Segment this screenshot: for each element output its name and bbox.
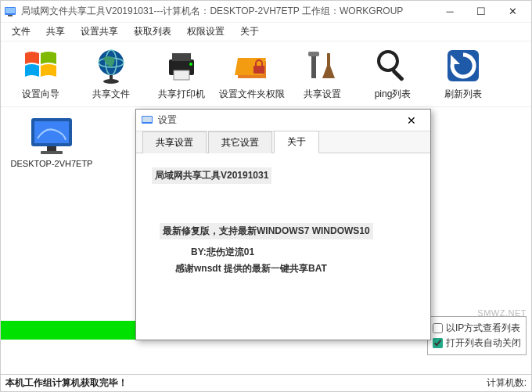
about-support-text: 最新修复版，支持最新WINDOWS7 WINDOWS10	[160, 223, 373, 239]
about-version-text: 局域网共享工具V20191031	[152, 167, 271, 184]
toolbar: 设置向导 共享文件 共享打印机 设置文件夹权限 共享设置	[1, 41, 531, 107]
tab-share-settings[interactable]: 共享设置	[142, 131, 207, 153]
refresh-icon	[444, 47, 482, 85]
dialog-titlebar[interactable]: 设置 ✕	[136, 110, 430, 131]
toolbar-refresh-button[interactable]: 刷新列表	[428, 47, 498, 101]
computer-label: DESKTOP-2VH7ETP	[11, 159, 93, 168]
magnifier-icon	[374, 47, 412, 85]
svg-rect-16	[391, 69, 404, 81]
svg-rect-9	[172, 53, 191, 61]
svg-rect-21	[41, 151, 63, 154]
svg-point-15	[379, 52, 397, 70]
svg-rect-23	[142, 117, 152, 122]
menu-about[interactable]: 关于	[232, 23, 267, 40]
toolbar-label: ping列表	[375, 88, 412, 101]
window-title: 局域网文件共享工具V20191031---计算机名：DESKTOP-2VH7ET…	[21, 5, 434, 18]
svg-rect-12	[253, 66, 264, 74]
statusbar: 本机工作组计算机获取完毕！ 计算机数:	[1, 374, 531, 391]
toolbar-share-settings-button[interactable]: 共享设置	[287, 47, 358, 101]
toolbar-label: 共享设置	[304, 88, 341, 101]
toolbar-label: 设置文件夹权限	[219, 88, 285, 101]
dialog-icon	[141, 114, 153, 127]
tab-other-settings[interactable]: 其它设置	[208, 131, 272, 153]
menu-permissions[interactable]: 权限设置	[179, 23, 232, 40]
list-options-panel: 以IP方式查看列表 打开列表自动关闭	[427, 316, 527, 355]
minimize-button[interactable]: ─	[434, 2, 466, 21]
menu-file[interactable]: 文件	[4, 23, 38, 40]
ip-view-input[interactable]	[433, 323, 443, 333]
printer-icon	[163, 47, 200, 85]
computer-item[interactable]: DESKTOP-2VH7ETP	[9, 115, 95, 168]
ip-view-checkbox[interactable]: 以IP方式查看列表	[433, 322, 521, 335]
windows-flag-icon	[22, 47, 59, 85]
toolbar-ping-list-button[interactable]: ping列表	[358, 47, 428, 101]
tab-about[interactable]: 关于	[274, 131, 319, 153]
svg-rect-1	[5, 8, 15, 13]
menu-share[interactable]: 共享	[38, 23, 73, 40]
about-thanks-text: 感谢wnsdt 提供的最新一键共享BAT	[175, 262, 415, 275]
computer-monitor-icon	[27, 115, 77, 156]
svg-rect-2	[8, 15, 13, 16]
window-controls: ─ ☐ ✕	[434, 2, 528, 21]
settings-dialog: 设置 ✕ 共享设置 其它设置 关于 局域网共享工具V20191031 最新修复版…	[135, 109, 431, 340]
toolbar-share-printer-button[interactable]: 共享打印机	[146, 47, 217, 101]
toolbar-label: 设置向导	[22, 88, 59, 101]
toolbar-wizard-button[interactable]: 设置向导	[5, 47, 76, 101]
svg-rect-20	[47, 146, 56, 151]
svg-point-7	[103, 79, 119, 84]
computer-count-label: 计算机数:	[487, 376, 527, 390]
dialog-title: 设置	[158, 113, 397, 127]
globe-icon	[92, 47, 130, 85]
menu-share-settings[interactable]: 设置共享	[73, 23, 126, 40]
maximize-button[interactable]: ☐	[466, 2, 497, 21]
toolbar-label: 刷新列表	[444, 88, 482, 101]
menubar: 文件 共享 设置共享 获取列表 权限设置 关于	[1, 23, 531, 41]
auto-close-checkbox[interactable]: 打开列表自动关闭	[433, 336, 521, 350]
dialog-close-button[interactable]: ✕	[397, 112, 426, 129]
about-author-text: BY:悲伤逆流01	[191, 246, 415, 259]
watermark: SMWZ.NET	[477, 308, 527, 318]
folder-lock-icon	[233, 47, 271, 85]
svg-rect-10	[174, 70, 189, 80]
app-icon	[4, 5, 16, 18]
svg-point-11	[189, 63, 192, 66]
auto-close-input[interactable]	[433, 338, 443, 348]
tools-icon	[304, 47, 341, 85]
toolbar-folder-perm-button[interactable]: 设置文件夹权限	[217, 47, 287, 101]
svg-rect-19	[34, 121, 69, 143]
toolbar-label: 共享打印机	[158, 88, 205, 101]
titlebar: 局域网文件共享工具V20191031---计算机名：DESKTOP-2VH7ET…	[1, 1, 531, 23]
dialog-tabs: 共享设置 其它设置 关于	[136, 131, 430, 153]
menu-get-list[interactable]: 获取列表	[126, 23, 179, 40]
svg-rect-14	[308, 52, 319, 56]
toolbar-share-files-button[interactable]: 共享文件	[76, 47, 146, 101]
close-button[interactable]: ✕	[497, 2, 528, 21]
status-text: 本机工作组计算机获取完毕！	[5, 376, 487, 390]
svg-rect-13	[311, 53, 316, 78]
toolbar-label: 共享文件	[92, 88, 130, 101]
dialog-body: 局域网共享工具V20191031 最新修复版，支持最新WINDOWS7 WIND…	[136, 153, 430, 340]
